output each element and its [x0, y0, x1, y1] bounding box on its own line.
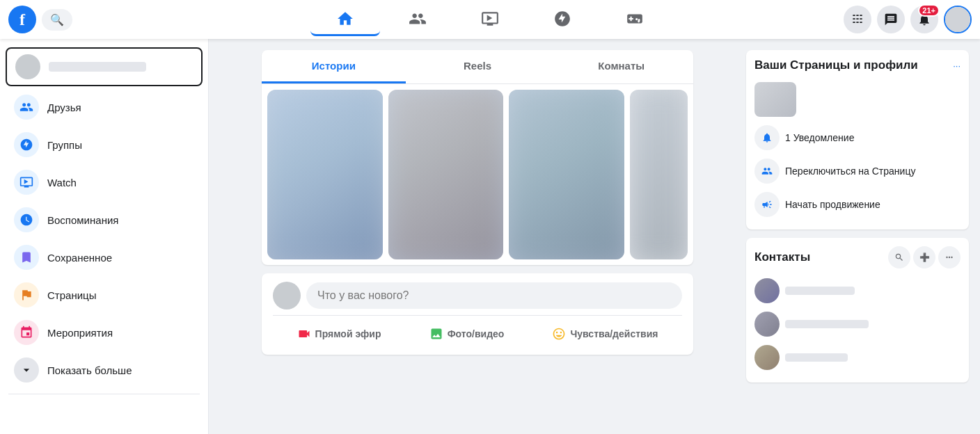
nav-gaming-button[interactable] — [600, 3, 670, 36]
story-overlay-3 — [509, 90, 624, 259]
sidebar-item-events[interactable]: Мероприятия — [6, 314, 203, 351]
nav-left: f 🔍 — [8, 6, 203, 33]
story-overlay-1 — [267, 90, 383, 259]
nav-home-button[interactable] — [310, 3, 380, 36]
events-sidebar-icon — [14, 320, 39, 345]
promote-label: Начать продвижение — [785, 199, 880, 210]
story-item-4[interactable] — [630, 90, 688, 259]
top-navigation: f 🔍 — [0, 0, 980, 39]
notification-action-row[interactable]: 1 Уведомление — [754, 121, 961, 154]
sidebar-item-saved[interactable]: Сохраненное — [6, 239, 203, 275]
story-item-3[interactable] — [509, 90, 624, 259]
contacts-more-button[interactable] — [938, 246, 961, 268]
home-icon — [336, 10, 354, 28]
notification-badge: 21+ — [918, 4, 940, 17]
contact-avatar-image-2 — [754, 312, 780, 337]
pages-profiles-header: Ваши Страницы и профили ··· — [754, 58, 961, 72]
contacts-dots-icon — [945, 252, 954, 262]
friends-icon — [409, 10, 427, 28]
sidebar-label-friends: Друзья — [47, 102, 81, 113]
switch-page-row[interactable]: Переключиться на Страницу — [754, 154, 961, 188]
main-content: Истории Reels Комнаты — [209, 39, 980, 434]
page-avatar-image — [754, 82, 796, 117]
pages-sidebar-icon — [14, 282, 39, 307]
sidebar-label-events: Мероприятия — [47, 327, 113, 339]
story-blur-4 — [630, 90, 688, 259]
sidebar-label-watch: Watch — [47, 177, 77, 188]
story-item-2[interactable] — [388, 90, 504, 259]
nav-center — [203, 3, 777, 36]
contact-row-2[interactable] — [754, 307, 961, 341]
search-box[interactable]: 🔍 — [42, 9, 72, 31]
sidebar-item-groups[interactable]: Группы — [6, 127, 203, 163]
feeling-action-button[interactable]: Чувства/действия — [541, 321, 669, 346]
add-contact-icon: ➕ — [919, 252, 930, 262]
sidebar-label-pages: Страницы — [47, 289, 96, 301]
contacts-search-icon — [894, 252, 904, 262]
pages-profiles-section: Ваши Страницы и профили ··· 1 Уведомлени… — [746, 50, 969, 230]
stories-card: Истории Reels Комнаты — [262, 50, 693, 265]
tab-reels[interactable]: Reels — [406, 50, 550, 83]
sidebar-item-memories[interactable]: Воспоминания — [6, 202, 203, 238]
grid-icon — [851, 13, 864, 26]
more-sidebar-icon — [14, 357, 39, 383]
page-profile-row — [754, 78, 961, 121]
watch-sidebar-icon — [14, 170, 39, 195]
contact-avatar-image-3 — [754, 345, 780, 370]
pages-more-button[interactable]: ··· — [953, 61, 961, 71]
photo-action-button[interactable]: Фото/видео — [418, 321, 516, 346]
sidebar-avatar — [15, 54, 40, 79]
stories-content — [262, 84, 693, 265]
contact-row-1[interactable] — [754, 274, 961, 307]
nav-groups-button[interactable] — [528, 3, 597, 36]
nav-right: 21+ — [777, 6, 972, 33]
tab-stories[interactable]: Истории — [262, 50, 406, 83]
notifications-button[interactable]: 21+ — [910, 6, 938, 33]
sidebar-item-watch[interactable]: Watch — [6, 164, 203, 200]
promote-row[interactable]: Начать продвижение — [754, 188, 961, 221]
post-divider — [273, 315, 682, 316]
bell-small-icon — [761, 132, 773, 143]
contacts-section: Контакты ➕ — [746, 238, 969, 383]
contacts-header: Контакты ➕ — [754, 246, 961, 268]
sidebar-label-more: Показать больше — [47, 364, 132, 376]
contacts-icons: ➕ — [888, 246, 961, 268]
menu-button[interactable] — [844, 6, 871, 33]
post-box: Прямой эфир Фото/видео Чувства/действия — [262, 273, 693, 355]
saved-sidebar-icon — [14, 245, 39, 270]
nav-watch-button[interactable] — [455, 3, 525, 36]
sidebar-divider — [8, 394, 200, 394]
promote-icon — [754, 192, 780, 217]
sidebar-item-pages[interactable]: Страницы — [6, 277, 203, 313]
left-sidebar: Друзья Группы Watch Воспоминания — [0, 39, 209, 434]
feeling-label: Чувства/действия — [570, 328, 658, 339]
tab-rooms[interactable]: Комнаты — [549, 50, 693, 83]
memories-sidebar-icon — [14, 207, 39, 232]
gaming-icon — [626, 10, 644, 28]
main-layout: Друзья Группы Watch Воспоминания — [0, 39, 980, 434]
user-avatar[interactable] — [944, 6, 972, 33]
nav-friends-button[interactable] — [383, 3, 452, 36]
news-feed: Истории Reels Комнаты — [262, 50, 693, 423]
groups-icon — [553, 10, 571, 28]
messenger-button[interactable] — [877, 6, 905, 33]
messenger-icon — [884, 13, 898, 26]
contact-row-3[interactable] — [754, 341, 961, 374]
story-item-1[interactable] — [267, 90, 383, 259]
notification-action-icon — [754, 125, 780, 150]
facebook-logo[interactable]: f — [8, 6, 36, 33]
sidebar-label-saved: Сохраненное — [47, 252, 112, 264]
contacts-search-button[interactable] — [888, 246, 910, 268]
stories-tabs: Истории Reels Комнаты — [262, 50, 693, 84]
switch-page-label: Переключиться на Страницу — [785, 166, 915, 177]
contacts-add-button[interactable]: ➕ — [913, 246, 935, 268]
contact-name-1 — [785, 287, 855, 295]
search-icon: 🔍 — [50, 13, 64, 26]
sidebar-item-friends[interactable]: Друзья — [6, 89, 203, 125]
photo-label: Фото/видео — [448, 328, 505, 339]
post-input[interactable] — [306, 282, 682, 309]
sidebar-profile[interactable] — [6, 47, 203, 86]
live-action-button[interactable]: Прямой эфир — [286, 321, 393, 346]
photo-icon — [429, 327, 443, 341]
sidebar-item-more[interactable]: Показать больше — [6, 352, 203, 388]
